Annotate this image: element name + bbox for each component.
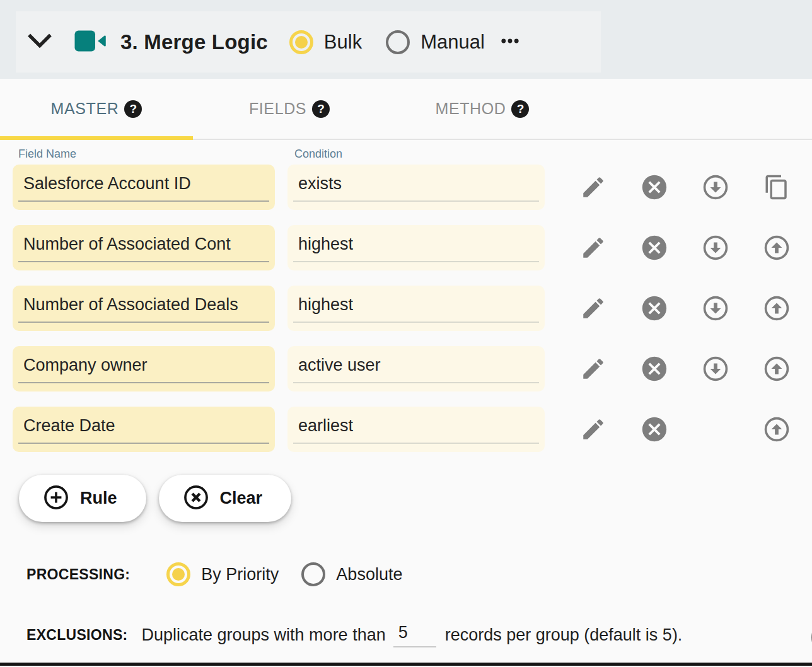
by-priority-radio[interactable] bbox=[166, 562, 190, 586]
exclusions-section: EXCLUSIONS: Duplicate groups with more t… bbox=[13, 623, 812, 647]
move-rule-down-button[interactable] bbox=[701, 173, 730, 202]
condition-value[interactable] bbox=[287, 346, 545, 392]
tab-method[interactable]: METHOD ? bbox=[386, 79, 579, 139]
edit-rule-button[interactable] bbox=[580, 174, 606, 200]
field-name-value[interactable] bbox=[13, 286, 275, 331]
field-name-input[interactable] bbox=[13, 407, 275, 452]
condition-input[interactable] bbox=[287, 165, 545, 210]
clear-rules-label: Clear bbox=[220, 489, 263, 508]
move-rule-up-button[interactable] bbox=[762, 354, 791, 383]
row-actions bbox=[579, 233, 791, 262]
x-circle-icon bbox=[182, 483, 211, 514]
bulk-radio[interactable] bbox=[289, 30, 313, 54]
manual-radio[interactable] bbox=[386, 30, 410, 54]
edit-rule-button[interactable] bbox=[580, 235, 606, 261]
move-rule-up-button[interactable] bbox=[762, 233, 791, 262]
delete-rule-button[interactable] bbox=[640, 354, 669, 383]
absolute-radio[interactable] bbox=[301, 562, 325, 586]
edit-rule-button[interactable] bbox=[580, 295, 606, 322]
manual-radio-label[interactable]: Manual bbox=[420, 31, 485, 54]
processing-section: PROCESSING: By Priority Absolute bbox=[13, 562, 812, 586]
absolute-label[interactable]: Absolute bbox=[336, 565, 402, 584]
clear-rules-button[interactable]: Clear bbox=[159, 475, 292, 522]
move-rule-up-button[interactable] bbox=[762, 415, 791, 444]
rule-row bbox=[13, 286, 812, 331]
tab-method-label: METHOD bbox=[436, 100, 506, 118]
method-help-icon[interactable]: ? bbox=[511, 100, 529, 118]
delete-rule-button[interactable] bbox=[640, 294, 669, 323]
condition-value[interactable] bbox=[287, 225, 545, 270]
condition-value[interactable] bbox=[287, 286, 545, 331]
arrow-down-circle-icon bbox=[701, 173, 730, 202]
move-rule-up-button[interactable] bbox=[762, 294, 791, 323]
field-name-value[interactable] bbox=[13, 407, 275, 452]
row-actions bbox=[579, 354, 791, 383]
move-rule-down-button[interactable] bbox=[701, 354, 730, 383]
condition-value[interactable] bbox=[287, 407, 545, 452]
condition-input[interactable] bbox=[287, 286, 545, 331]
duplicate-rule-button[interactable] bbox=[763, 174, 790, 200]
delete-rule-button[interactable] bbox=[640, 233, 669, 262]
field-name-input[interactable] bbox=[13, 225, 275, 270]
arrow-down-circle-icon bbox=[701, 354, 730, 383]
field-name-value[interactable] bbox=[13, 346, 275, 392]
rule-row bbox=[13, 225, 812, 270]
page-title: 3. Merge Logic bbox=[120, 30, 268, 54]
arrow-down-circle-icon bbox=[701, 233, 730, 262]
more-horiz-icon bbox=[485, 30, 521, 54]
more-options-button[interactable] bbox=[485, 30, 521, 54]
arrow-down-circle-icon bbox=[701, 294, 730, 323]
move-rule-down-button[interactable] bbox=[701, 233, 730, 262]
by-priority-label[interactable]: By Priority bbox=[201, 565, 279, 584]
condition-input[interactable] bbox=[287, 407, 545, 452]
processing-option-by-priority: By Priority bbox=[166, 562, 279, 586]
cancel-icon bbox=[640, 233, 669, 262]
row-actions bbox=[579, 415, 791, 444]
condition-value[interactable] bbox=[287, 165, 545, 210]
tab-fields-label: FIELDS bbox=[249, 100, 306, 118]
fields-help-icon[interactable]: ? bbox=[312, 100, 330, 118]
bulk-radio-label[interactable]: Bulk bbox=[324, 31, 362, 54]
exclusions-text-after: records per group (default is 5). bbox=[445, 625, 683, 645]
tab-bar: MASTER ? FIELDS ? METHOD ? bbox=[0, 79, 812, 140]
edit-rule-button[interactable] bbox=[580, 356, 606, 382]
processing-label: PROCESSING: bbox=[26, 566, 130, 583]
cancel-icon bbox=[640, 294, 669, 323]
pencil-icon bbox=[580, 295, 606, 322]
field-name-input[interactable] bbox=[13, 165, 275, 210]
add-rule-button[interactable]: Rule bbox=[19, 475, 146, 522]
tab-fields[interactable]: FIELDS ? bbox=[193, 79, 386, 139]
row-actions bbox=[579, 173, 791, 202]
pencil-icon bbox=[580, 174, 606, 200]
arrow-up-circle-icon bbox=[762, 233, 791, 262]
field-name-input[interactable] bbox=[13, 286, 275, 331]
field-name-value[interactable] bbox=[13, 165, 275, 210]
condition-input[interactable] bbox=[287, 346, 545, 392]
row-actions bbox=[579, 294, 791, 323]
pencil-icon bbox=[580, 235, 606, 261]
rule-row bbox=[13, 346, 812, 392]
field-name-input[interactable] bbox=[13, 346, 275, 392]
tab-master[interactable]: MASTER ? bbox=[0, 79, 193, 139]
field-name-value[interactable] bbox=[13, 225, 275, 270]
mode-option-bulk: Bulk bbox=[289, 30, 362, 54]
pencil-icon bbox=[580, 416, 606, 443]
cancel-icon bbox=[640, 354, 669, 383]
condition-input[interactable] bbox=[287, 225, 545, 270]
cancel-icon bbox=[640, 415, 669, 444]
collapse-section-button[interactable] bbox=[23, 25, 56, 59]
empty-action-slot bbox=[701, 415, 730, 444]
copy-icon bbox=[763, 174, 790, 200]
header-band: 3. Merge Logic Bulk Manual bbox=[0, 0, 812, 79]
move-rule-down-button[interactable] bbox=[701, 294, 730, 323]
exclusions-threshold-input[interactable] bbox=[393, 623, 436, 647]
delete-rule-button[interactable] bbox=[640, 415, 669, 444]
master-help-icon[interactable]: ? bbox=[124, 100, 142, 118]
rule-actions: Rule Clear bbox=[13, 475, 812, 522]
mode-option-manual: Manual bbox=[386, 30, 485, 54]
cancel-icon bbox=[640, 173, 669, 202]
master-tab-content: Field Name Condition bbox=[0, 148, 812, 647]
bottom-divider bbox=[0, 663, 812, 666]
edit-rule-button[interactable] bbox=[580, 416, 606, 443]
delete-rule-button[interactable] bbox=[640, 173, 669, 202]
